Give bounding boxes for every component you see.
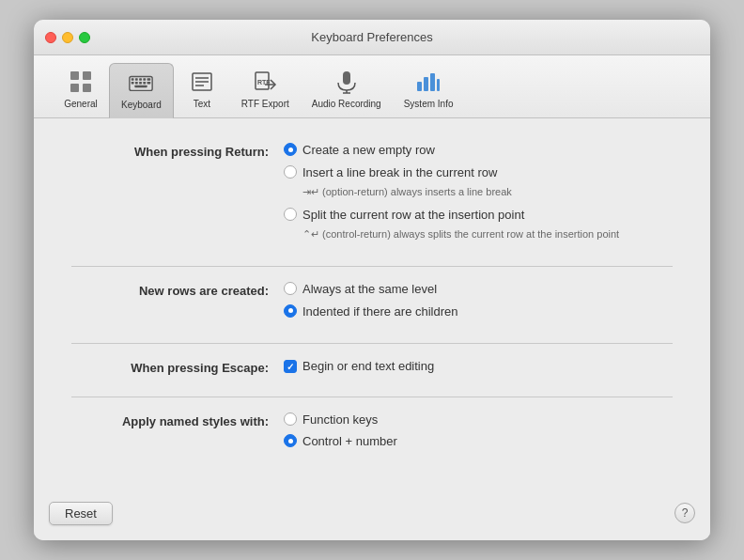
option-control-number[interactable]: Control + number	[284, 432, 673, 451]
split-row-label: Split the current row at the insertion p…	[302, 206, 524, 225]
toolbar-item-system-info[interactable]: System Info	[393, 63, 465, 117]
function-keys-label: Function keys	[302, 411, 378, 429]
section-new-rows-created: New rows are created: Always at the same…	[71, 280, 673, 324]
svg-rect-0	[70, 71, 79, 80]
audio-recording-label: Audio Recording	[312, 99, 381, 109]
svg-rect-5	[132, 78, 134, 80]
svg-rect-8	[144, 78, 147, 80]
option-function-keys[interactable]: Function keys	[284, 411, 673, 429]
radio-control-number[interactable]	[284, 434, 297, 447]
divider-1	[71, 266, 673, 267]
svg-rect-6	[135, 78, 138, 80]
new-row-label: Create a new empty row	[302, 141, 435, 160]
section-apply-named-styles: Apply named styles with: Function keys C…	[71, 411, 673, 455]
keyboard-icon	[126, 68, 156, 98]
svg-rect-26	[417, 82, 422, 91]
svg-rect-9	[147, 78, 151, 80]
toolbar: General Keyboard	[34, 55, 710, 118]
divider-3	[71, 397, 673, 397]
section-when-pressing-return: When pressing Return: Create a new empty…	[71, 141, 673, 247]
system-info-icon	[413, 67, 443, 97]
keyboard-label: Keyboard	[121, 100, 162, 110]
svg-rect-23	[343, 71, 350, 85]
checkbox-begin-end-editing[interactable]	[284, 360, 297, 373]
svg-rect-12	[140, 82, 143, 84]
split-row-hint: ⌃↵ (control-return) always splits the cu…	[302, 227, 673, 241]
new-rows-created-options: Always at the same level Indented if the…	[269, 280, 673, 324]
when-pressing-escape-options: Begin or end text editing	[269, 357, 673, 378]
radio-split-row[interactable]	[284, 208, 297, 221]
content-area: When pressing Return: Create a new empty…	[34, 118, 710, 492]
line-break-label: Insert a line break in the current row	[302, 163, 497, 182]
system-info-label: System Info	[404, 99, 454, 109]
rtf-export-icon: RTF	[250, 67, 280, 97]
svg-rect-10	[132, 82, 134, 84]
svg-rect-3	[83, 84, 91, 92]
when-pressing-return-label: When pressing Return:	[71, 141, 269, 247]
control-number-label: Control + number	[302, 432, 397, 451]
close-button[interactable]	[45, 32, 56, 43]
apply-named-styles-label: Apply named styles with:	[71, 411, 269, 455]
toolbar-item-audio-recording[interactable]: Audio Recording	[301, 63, 393, 117]
svg-rect-1	[83, 71, 91, 80]
option-line-break[interactable]: Insert a line break in the current row	[284, 163, 673, 182]
svg-rect-2	[70, 84, 79, 92]
radio-new-row[interactable]	[284, 143, 297, 156]
section-when-pressing-escape: When pressing Escape: Begin or end text …	[71, 357, 673, 378]
indented-label: Indented if there are children	[302, 303, 458, 321]
line-break-hint: ⇥↵ (option-return) always inserts a line…	[302, 185, 673, 199]
general-label: General	[64, 99, 98, 109]
new-rows-created-label: New rows are created:	[71, 280, 269, 324]
option-same-level[interactable]: Always at the same level	[284, 280, 673, 299]
svg-rect-28	[430, 73, 435, 91]
svg-rect-27	[424, 77, 428, 91]
svg-rect-11	[135, 82, 138, 84]
footer: Reset ?	[34, 492, 710, 540]
titlebar: Keyboard Preferences	[34, 20, 710, 55]
when-pressing-return-options: Create a new empty row Insert a line bre…	[269, 141, 673, 247]
toolbar-item-general[interactable]: General	[53, 63, 109, 117]
toolbar-item-rtf-export[interactable]: RTF RTF Export	[230, 63, 301, 117]
toolbar-item-text[interactable]: Text	[174, 63, 230, 117]
option-split-row[interactable]: Split the current row at the insertion p…	[284, 206, 673, 225]
begin-end-editing-label: Begin or end text editing	[302, 357, 434, 376]
svg-rect-7	[140, 78, 143, 80]
svg-rect-14	[147, 82, 151, 84]
radio-indented[interactable]	[284, 304, 297, 318]
radio-line-break[interactable]	[284, 165, 297, 179]
svg-rect-13	[144, 82, 147, 84]
divider-2	[71, 343, 673, 344]
window-title: Keyboard Preferences	[311, 30, 432, 44]
help-button[interactable]: ?	[674, 503, 695, 523]
when-pressing-escape-label: When pressing Escape:	[71, 357, 269, 378]
text-label: Text	[194, 99, 210, 109]
general-icon	[66, 67, 96, 97]
preferences-window: Keyboard Preferences General	[34, 20, 710, 540]
option-begin-end-editing[interactable]: Begin or end text editing	[284, 357, 673, 376]
reset-button[interactable]: Reset	[49, 502, 113, 525]
radio-same-level[interactable]	[284, 282, 297, 295]
option-new-row[interactable]: Create a new empty row	[284, 141, 673, 160]
minimize-button[interactable]	[62, 32, 73, 43]
toolbar-item-keyboard[interactable]: Keyboard	[109, 63, 174, 118]
text-icon	[187, 67, 217, 97]
same-level-label: Always at the same level	[302, 280, 437, 299]
radio-function-keys[interactable]	[284, 412, 297, 426]
svg-rect-29	[437, 79, 440, 91]
traffic-lights	[45, 32, 90, 43]
rtf-export-label: RTF Export	[241, 99, 289, 109]
maximize-button[interactable]	[79, 32, 90, 43]
svg-rect-15	[135, 86, 147, 87]
apply-named-styles-options: Function keys Control + number	[269, 411, 673, 455]
option-indented[interactable]: Indented if there are children	[284, 303, 673, 321]
audio-recording-icon	[332, 67, 362, 97]
